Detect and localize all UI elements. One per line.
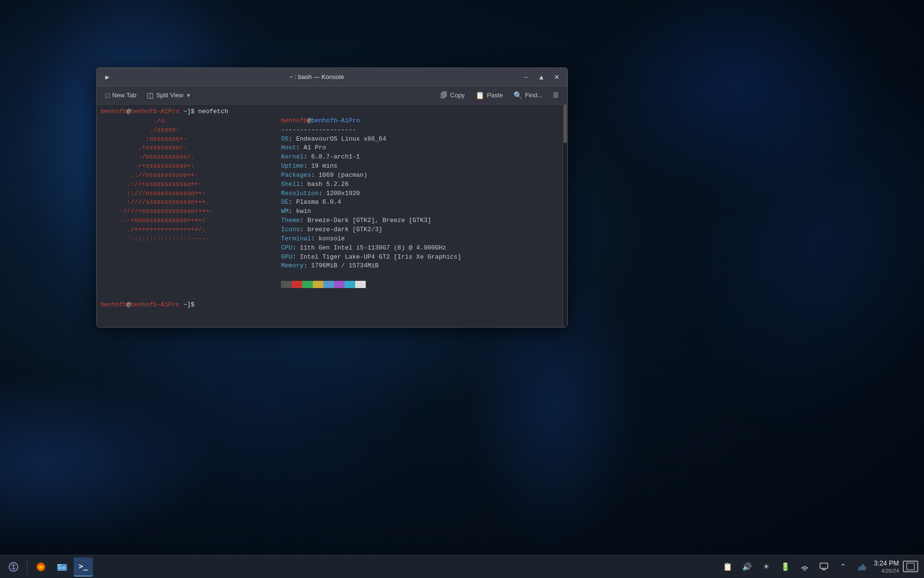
- svg-rect-7: [59, 567, 61, 569]
- paste-label: Paste: [487, 92, 503, 99]
- scrollbar-thumb[interactable]: [564, 105, 567, 143]
- taskbar-app-files[interactable]: [52, 557, 72, 577]
- taskbar-clock[interactable]: 3:24 PM 4/26/24: [874, 559, 899, 574]
- new-tab-label: New Tab: [112, 92, 136, 99]
- menu-button[interactable]: ☰: [548, 90, 564, 101]
- bg-swirl-2: [626, 11, 924, 472]
- copy-button[interactable]: 🗐 Copy: [436, 89, 469, 101]
- terminal-area[interactable]: benhofb@benhofb-A1Pro ~]$ neofetch ./o. …: [97, 105, 567, 327]
- scrollbar[interactable]: [563, 105, 567, 327]
- copy-icon: 🗐: [440, 91, 448, 99]
- find-label: Find...: [525, 92, 542, 99]
- taskbar-left: >_: [0, 557, 97, 577]
- taskbar: >_ 📋 🔊 ☀ 🔋 ⌃: [0, 555, 924, 578]
- find-icon: 🔍: [513, 91, 523, 100]
- taskbar-activity-chart: [855, 559, 870, 574]
- new-tab-button[interactable]: □ New Tab: [101, 89, 141, 101]
- svg-rect-6: [57, 564, 61, 566]
- svg-rect-8: [63, 567, 65, 569]
- paste-icon: 📋: [475, 91, 485, 100]
- split-view-icon: ◫: [147, 91, 154, 100]
- taskbar-network-icon[interactable]: [797, 559, 812, 574]
- toolbar-right: 🗐 Copy 📋 Paste 🔍 Find... ☰: [436, 89, 564, 102]
- close-button[interactable]: ✕: [550, 70, 564, 84]
- toolbar: □ New Tab ◫ Split View ▼ 🗐 Copy 📋 Paste …: [97, 86, 567, 105]
- clock-date: 4/26/24: [874, 567, 899, 574]
- taskbar-app-launcher[interactable]: [4, 557, 23, 577]
- title-bar: ► ~ : bash — Konsole − ▲ ✕: [97, 68, 567, 86]
- menu-icon: ☰: [553, 92, 559, 99]
- taskbar-chevron-up[interactable]: ⌃: [835, 559, 851, 574]
- split-view-button[interactable]: ◫ Split View ▼: [142, 89, 196, 102]
- taskbar-brightness-icon[interactable]: ☀: [758, 559, 774, 574]
- svg-rect-16: [864, 566, 866, 570]
- taskbar-screen-button[interactable]: [903, 561, 918, 572]
- find-button[interactable]: 🔍 Find...: [509, 89, 547, 102]
- taskbar-app-terminal[interactable]: >_: [74, 557, 93, 577]
- taskbar-display-icon[interactable]: [816, 559, 832, 574]
- window-title: ~ : bash — Konsole: [114, 73, 519, 80]
- taskbar-clipboard-icon[interactable]: 📋: [720, 559, 735, 574]
- window-controls: − ▲ ✕: [519, 70, 564, 84]
- svg-rect-14: [860, 565, 862, 570]
- maximize-button[interactable]: ▲: [535, 70, 548, 84]
- new-tab-icon: □: [105, 91, 110, 99]
- taskbar-separator-1: [27, 560, 27, 574]
- copy-label: Copy: [450, 92, 464, 99]
- split-view-chevron: ▼: [186, 92, 191, 98]
- minimize-button[interactable]: −: [519, 70, 533, 84]
- split-view-label: Split View: [156, 92, 183, 99]
- terminal-content[interactable]: benhofb@benhofb-A1Pro ~]$ neofetch ./o. …: [97, 105, 563, 327]
- clock-time: 3:24 PM: [874, 559, 899, 567]
- taskbar-right: 📋 🔊 ☀ 🔋 ⌃: [714, 559, 924, 574]
- paste-button[interactable]: 📋 Paste: [471, 89, 508, 102]
- taskbar-battery-icon[interactable]: 🔋: [778, 559, 793, 574]
- svg-rect-10: [820, 563, 828, 568]
- svg-point-4: [40, 565, 42, 568]
- svg-rect-15: [862, 564, 864, 570]
- taskbar-app-firefox[interactable]: [31, 557, 51, 577]
- svg-point-9: [804, 569, 805, 571]
- svg-rect-17: [907, 563, 914, 570]
- title-expand-button[interactable]: ►: [101, 70, 114, 84]
- taskbar-volume-icon[interactable]: 🔊: [739, 559, 755, 574]
- konsole-window: ► ~ : bash — Konsole − ▲ ✕ □ New Tab ◫ S…: [96, 67, 568, 328]
- svg-rect-13: [859, 567, 860, 570]
